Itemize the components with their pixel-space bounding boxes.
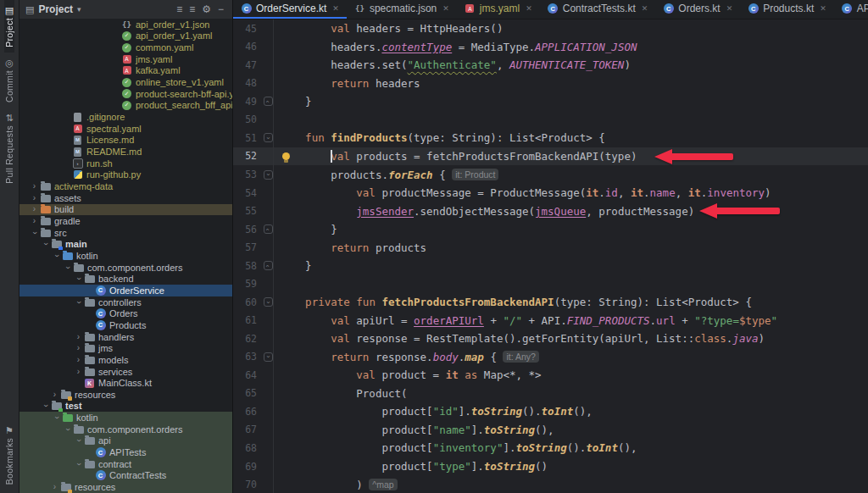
tree-row[interactable]: Ajms.yaml	[19, 53, 232, 65]
tree-row[interactable]: ›src	[19, 227, 232, 239]
tree-row[interactable]: ›contract	[19, 458, 232, 470]
chevron-collapsed-icon[interactable]: ›	[73, 344, 84, 352]
fold-marker-icon[interactable]: ›	[262, 224, 274, 234]
tree-row[interactable]: KMainClass.kt	[19, 377, 232, 389]
chevron-expanded-icon[interactable]: ›	[62, 263, 73, 272]
chevron-collapsed-icon[interactable]: ›	[29, 182, 40, 191]
tree-row[interactable]: ›activemq-data	[19, 180, 232, 192]
tree-row[interactable]: ›models	[19, 354, 232, 366]
fold-marker-icon[interactable]: ›	[262, 297, 274, 307]
tree-item-label: product_search_bff_api_v2.ya	[136, 100, 232, 110]
editor-tab-OrderService-kt[interactable]: COrderService.kt✕	[233, 0, 347, 19]
tree-row[interactable]: ✓product-search-bff-api.yaml	[19, 88, 232, 100]
tree-row[interactable]: ›com.component.orders	[19, 262, 232, 274]
tree-row[interactable]: {}api_order_v1.json	[19, 19, 232, 30]
editor-tab-specmatic-json[interactable]: {}specmatic.json✕	[347, 0, 457, 19]
tree-row[interactable]: ›api	[19, 435, 232, 447]
shell-file-icon: ›	[72, 158, 83, 169]
chevron-collapsed-icon[interactable]: ›	[29, 194, 40, 202]
chevron-collapsed-icon[interactable]: ›	[29, 205, 40, 213]
tree-row[interactable]: Akafka.yaml	[19, 65, 232, 77]
tree-row[interactable]: ›kotlin	[19, 412, 232, 424]
chevron-collapsed-icon[interactable]: ›	[29, 217, 40, 225]
chevron-expanded-icon[interactable]: ›	[73, 274, 84, 283]
editor-tab-jms-yaml[interactable]: Ajms.yaml✕	[457, 0, 540, 19]
chevron-collapsed-icon[interactable]: ›	[73, 333, 84, 341]
tree-row[interactable]: COrders	[19, 307, 232, 319]
intention-bulb-icon[interactable]	[282, 152, 290, 160]
chevron-expanded-icon[interactable]: ›	[40, 402, 51, 410]
tree-item-label: resources	[75, 390, 115, 400]
chevron-expanded-icon[interactable]: ›	[73, 298, 84, 307]
tab-close-icon[interactable]: ✕	[332, 4, 339, 13]
fold-marker-icon[interactable]: ›	[262, 133, 274, 142]
chevron-collapsed-icon[interactable]: ›	[73, 356, 84, 364]
stripe-item-bookmarks[interactable]: ⚑Bookmarks	[4, 420, 14, 490]
fold-marker-icon[interactable]: ›	[262, 170, 274, 180]
chevron-expanded-icon[interactable]: ›	[29, 229, 40, 237]
tree-row[interactable]: CAPITests	[19, 446, 232, 458]
chevron-collapsed-icon[interactable]: ›	[73, 368, 84, 376]
tree-row[interactable]: CProducts	[19, 319, 232, 331]
chevron-down-icon[interactable]: ▾	[77, 5, 81, 14]
stripe-item-project[interactable]: ▤Project	[4, 0, 14, 53]
chevron-expanded-icon[interactable]: ›	[51, 252, 62, 260]
collapse-all-icon[interactable]: ≡	[186, 3, 198, 15]
settings-gear-icon[interactable]: ⚙	[198, 3, 214, 15]
chevron-expanded-icon[interactable]: ›	[40, 240, 51, 248]
tree-row[interactable]: ›build	[19, 204, 232, 216]
tree-row[interactable]: ›gradle	[19, 215, 232, 227]
tree-row[interactable]: ✓online_store_v1.yaml	[19, 76, 232, 88]
tree-row[interactable]: ›main	[19, 238, 232, 250]
tree-item-label: common.yaml	[136, 42, 193, 53]
tree-row[interactable]: ›services	[19, 366, 232, 378]
fold-marker-icon[interactable]: ›	[262, 261, 274, 270]
editor-tab-Orders-kt[interactable]: COrders.kt✕	[655, 0, 740, 19]
tree-row[interactable]: ›com.component.orders	[19, 424, 232, 435]
hide-panel-icon[interactable]: −	[214, 3, 227, 15]
kotlin-class-icon: C	[95, 285, 106, 296]
tree-row[interactable]: CContractTests	[19, 470, 232, 482]
editor-tab-APITests-kt[interactable]: CAPITests.kt✕	[834, 0, 868, 19]
tab-close-icon[interactable]: ✕	[526, 4, 532, 13]
tab-close-icon[interactable]: ✕	[726, 4, 733, 13]
tree-row[interactable]: ›resources	[19, 389, 232, 401]
stripe-item-commit[interactable]: ◎Commit	[4, 53, 14, 108]
tree-row[interactable]: ›controllers	[19, 296, 232, 308]
editor-tab-ContractTests-kt[interactable]: CContractTests.kt✕	[540, 0, 656, 19]
editor-tab-Products-kt[interactable]: CProducts.kt✕	[740, 0, 834, 19]
tree-row[interactable]: ✓api_order_v1.yaml	[19, 30, 232, 42]
tree-row[interactable]: License.md	[19, 135, 232, 147]
tree-row[interactable]: ›jms	[19, 342, 232, 354]
chevron-expanded-icon[interactable]: ›	[73, 460, 84, 468]
fold-marker-icon[interactable]: ›	[262, 352, 274, 362]
tree-row[interactable]: Aspectral.yaml	[19, 123, 232, 135]
chevron-expanded-icon[interactable]: ›	[51, 413, 62, 422]
tree-row[interactable]: COrderService	[19, 285, 232, 296]
tree-row[interactable]: README.md	[19, 146, 232, 158]
fold-marker-icon[interactable]: ›	[262, 97, 274, 106]
tree-row[interactable]: ›run.sh	[19, 158, 232, 169]
tree-row[interactable]: ›kotlin	[19, 250, 232, 262]
chevron-expanded-icon[interactable]: ›	[73, 436, 84, 445]
chevron-collapsed-icon[interactable]: ›	[49, 391, 60, 399]
project-panel-title[interactable]: Project	[38, 3, 73, 15]
chevron-collapsed-icon[interactable]: ›	[49, 483, 60, 491]
tree-row[interactable]: ✓common.yaml	[19, 42, 232, 53]
stripe-item-pull-requests[interactable]: ⇅Pull Requests	[4, 108, 14, 189]
tab-close-icon[interactable]: ✕	[642, 4, 648, 13]
tab-close-icon[interactable]: ✕	[820, 4, 826, 13]
chevron-expanded-icon[interactable]: ›	[62, 425, 73, 434]
tab-close-icon[interactable]: ✕	[442, 4, 449, 13]
tree-row[interactable]: ›resources	[19, 481, 232, 493]
tree-row[interactable]: ›backend	[19, 273, 232, 285]
tree-row[interactable]: ›assets	[19, 192, 232, 204]
openapi-file-icon: ✓	[121, 88, 132, 99]
tree-row[interactable]: ✓product_search_bff_api_v2.ya	[19, 100, 232, 112]
tree-row[interactable]: run-github.py	[19, 169, 232, 181]
expand-all-icon[interactable]: ≡	[173, 3, 186, 15]
editor-code-area[interactable]: 45 val headers = HttpHeaders()46 headers…	[233, 19, 868, 493]
tree-row[interactable]: ›test	[19, 401, 232, 413]
tree-row[interactable]: ›handlers	[19, 331, 232, 343]
tree-row[interactable]: .gitignore	[19, 111, 232, 123]
